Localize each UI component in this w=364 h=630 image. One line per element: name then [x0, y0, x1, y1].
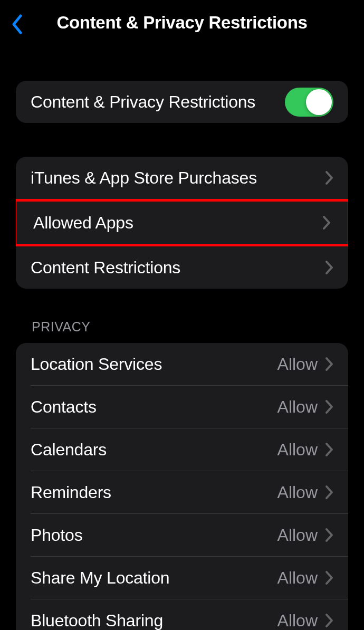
share-my-location-row[interactable]: Share My Location Allow [16, 557, 348, 599]
allowed-apps-highlight: Allowed Apps [16, 199, 348, 246]
navigation-header: Content & Privacy Restrictions [0, 0, 364, 50]
row-label: Contacts [31, 397, 97, 417]
row-value: Allow [277, 526, 318, 545]
chevron-right-icon [325, 357, 333, 371]
row-value: Allow [277, 440, 318, 460]
chevron-right-icon [325, 528, 333, 542]
row-label: Location Services [31, 355, 162, 374]
chevron-right-icon [325, 485, 333, 500]
chevron-right-icon [325, 442, 333, 457]
content-privacy-toggle[interactable] [285, 88, 333, 117]
content-restrictions-row[interactable]: Content Restrictions [16, 246, 348, 289]
photos-row[interactable]: Photos Allow [16, 514, 348, 556]
chevron-left-icon [11, 14, 23, 34]
calendars-row[interactable]: Calendars Allow [16, 428, 348, 471]
row-label: Bluetooth Sharing [31, 611, 163, 631]
row-value: Allow [277, 483, 318, 502]
chevron-right-icon [325, 399, 333, 414]
row-label: Content Restrictions [31, 258, 180, 278]
contacts-row[interactable]: Contacts Allow [16, 386, 348, 428]
toggle-knob [306, 89, 332, 115]
content-privacy-restrictions-row: Content & Privacy Restrictions [16, 81, 348, 123]
privacy-group: Location Services Allow Contacts Allow [16, 343, 348, 630]
main-toggle-group: Content & Privacy Restrictions [16, 81, 348, 123]
chevron-right-icon [325, 613, 333, 628]
itunes-appstore-purchases-row[interactable]: iTunes & App Store Purchases [16, 157, 348, 199]
row-value: Allow [277, 397, 318, 417]
chevron-right-icon [322, 215, 331, 230]
row-label: iTunes & App Store Purchases [31, 168, 257, 188]
privacy-section-header: PRIVACY [32, 319, 348, 335]
row-label: Calendars [31, 440, 107, 460]
reminders-row[interactable]: Reminders Allow [16, 471, 348, 513]
row-label: Content & Privacy Restrictions [31, 92, 255, 112]
row-value: Allow [277, 611, 318, 631]
page-title: Content & Privacy Restrictions [8, 13, 356, 33]
allowed-apps-row[interactable]: Allowed Apps [16, 202, 348, 244]
row-label: Photos [31, 526, 82, 545]
back-button[interactable] [7, 13, 26, 36]
row-label: Share My Location [31, 568, 169, 588]
chevron-right-icon [325, 260, 333, 275]
row-label: Allowed Apps [33, 213, 133, 233]
bluetooth-sharing-row[interactable]: Bluetooth Sharing Allow [16, 599, 348, 630]
restrictions-group: iTunes & App Store Purchases Allowed App… [16, 157, 348, 289]
row-value: Allow [277, 568, 318, 588]
chevron-right-icon [325, 570, 333, 585]
row-label: Reminders [31, 483, 111, 502]
row-value: Allow [277, 355, 318, 374]
location-services-row[interactable]: Location Services Allow [16, 343, 348, 385]
chevron-right-icon [325, 170, 333, 185]
